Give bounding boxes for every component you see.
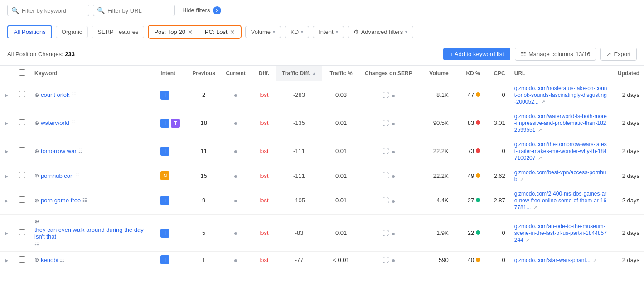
- checkbox-cell[interactable]: [15, 215, 30, 252]
- col-header-kd: KD %: [453, 66, 485, 81]
- expand-cell[interactable]: ▶: [0, 81, 15, 109]
- checkbox-cell[interactable]: [15, 81, 30, 109]
- external-link-icon[interactable]: ↗: [533, 205, 537, 210]
- serp-cell: ⛶: [360, 109, 417, 137]
- expand-cell[interactable]: ▶: [0, 137, 15, 165]
- expand-icon[interactable]: ▶: [5, 92, 8, 98]
- url-link[interactable]: gizmodo.com/waterworld-is-both-more-impr…: [514, 113, 607, 133]
- diff-status: lost: [259, 197, 268, 204]
- select-all-checkbox[interactable]: [19, 69, 25, 76]
- add-keyword-button[interactable]: + Add to keyword list: [443, 48, 510, 60]
- previous-cell: 2: [188, 81, 220, 109]
- current-dot: [234, 122, 237, 125]
- expand-icon[interactable]: ▶: [5, 230, 8, 236]
- traffic-diff-cell: -111: [276, 137, 322, 165]
- dropdown-kd[interactable]: KD ▾: [285, 26, 309, 38]
- diff-status: lost: [259, 230, 268, 236]
- col-header-traffic-diff[interactable]: Traffic Diff. ▲: [276, 66, 322, 81]
- expand-icon[interactable]: ▶: [5, 173, 8, 179]
- serp-image-icon: ⛶: [383, 91, 389, 99]
- keyword-link[interactable]: ⊕ waterworld ☷: [34, 120, 151, 126]
- expand-icon[interactable]: ▶: [5, 120, 8, 126]
- tab-organic[interactable]: Organic: [56, 26, 88, 38]
- keyword-text: pornhub con: [41, 172, 73, 179]
- row-checkbox[interactable]: [19, 119, 25, 125]
- external-link-icon[interactable]: ↗: [526, 237, 530, 243]
- keyword-link[interactable]: ⊕ they can even walk around during the d…: [34, 218, 151, 248]
- manage-columns-button[interactable]: ☷ Manage columns 13/16: [515, 48, 596, 61]
- checkbox-cell[interactable]: [15, 252, 30, 268]
- intent-badge: I: [160, 147, 169, 156]
- row-checkbox[interactable]: [19, 229, 25, 235]
- intent-cell: I: [156, 137, 188, 165]
- url-link[interactable]: gizmodo.com/the-tomorrow-wars-latest-tra…: [514, 141, 607, 161]
- url-cell: gizmodo.com/best-vpn/access-pornhub ↗: [510, 165, 612, 186]
- expand-cell[interactable]: ▶: [0, 186, 15, 215]
- external-link-icon[interactable]: ↗: [593, 258, 597, 263]
- expand-cell[interactable]: ▶: [0, 165, 15, 186]
- kd-cell: 49: [453, 165, 485, 186]
- dropdown-volume[interactable]: Volume ▾: [245, 26, 281, 38]
- col-header-traffic-pct: Traffic %: [322, 66, 360, 81]
- expand-cell[interactable]: ▶: [0, 109, 15, 137]
- sort-icon: ▲: [312, 71, 316, 76]
- traffic-pct-cell: 0.01: [322, 186, 360, 215]
- external-link-icon[interactable]: ↗: [538, 127, 542, 133]
- table-header-row: Keyword Intent Previous Current Diff. Tr…: [0, 66, 644, 81]
- current-cell: [220, 137, 252, 165]
- keyword-link[interactable]: ⊕ pornhub con ☷: [34, 172, 151, 179]
- col-checkbox: [15, 66, 30, 81]
- keyword-link[interactable]: ⊕ tomorrow war ☷: [34, 148, 151, 154]
- external-link-icon[interactable]: ↗: [538, 155, 542, 161]
- table-row: ▶ ⊕ kenobi ☷ I 1 lost -77 < 0.01 ⛶: [0, 252, 644, 268]
- external-link-icon[interactable]: ↗: [520, 177, 524, 182]
- dropdown-intent[interactable]: Intent ▾: [313, 26, 344, 38]
- updated-cell: 2 days: [612, 186, 644, 215]
- previous-cell: 5: [188, 215, 220, 252]
- keyword-link[interactable]: ⊕ kenobi ☷: [34, 257, 151, 263]
- checkbox-cell[interactable]: [15, 186, 30, 215]
- current-dot: [234, 259, 237, 262]
- expand-icon[interactable]: ▶: [5, 148, 8, 154]
- hide-filters-button[interactable]: Hide filters 2: [182, 6, 221, 14]
- url-cell: gizmodo.com/waterworld-is-both-more-impr…: [510, 109, 612, 137]
- search-icon: 🔍: [11, 7, 19, 14]
- diff-cell: lost: [252, 215, 276, 252]
- keyword-search-input[interactable]: [22, 7, 85, 14]
- filter-tag-pc-remove[interactable]: ✕: [230, 29, 235, 35]
- filter-tag-pos-remove[interactable]: ✕: [188, 29, 193, 35]
- row-checkbox[interactable]: [19, 256, 25, 263]
- row-checkbox[interactable]: [19, 196, 25, 203]
- url-cell: gizmodo.com/nosferatus-take-on-count-orl…: [510, 81, 612, 109]
- checkbox-cell[interactable]: [15, 109, 30, 137]
- export-button[interactable]: ↗ Export: [600, 48, 637, 61]
- expand-cell[interactable]: ▶: [0, 215, 15, 252]
- table-row: ▶ ⊕ waterworld ☷ IT 18 lost -135 0.01 ⛶: [0, 109, 644, 137]
- url-link[interactable]: gizmodo.com/nosferatus-take-on-count-orl…: [514, 85, 607, 105]
- expand-cell[interactable]: ▶: [0, 252, 15, 268]
- url-search-box[interactable]: 🔍: [93, 5, 175, 16]
- checkbox-cell[interactable]: [15, 137, 30, 165]
- keyword-link[interactable]: ⊕ porn game free ☷: [34, 197, 151, 204]
- url-link[interactable]: gizmodo.com/star-wars-phant...: [514, 257, 591, 263]
- dropdown-advanced[interactable]: ⚙ Advanced filters ▾: [348, 26, 414, 38]
- url-link[interactable]: gizmodo.com/2-400-ms-dos-games-are-now-f…: [514, 191, 606, 210]
- cluster-icon: ☷: [34, 242, 39, 248]
- expand-icon[interactable]: ▶: [5, 258, 8, 263]
- url-search-input[interactable]: [107, 7, 171, 14]
- keyword-search-box[interactable]: 🔍: [7, 5, 89, 16]
- keyword-link[interactable]: ⊕ count orlok ☷: [34, 91, 151, 98]
- tab-serp-features[interactable]: SERP Features: [92, 26, 144, 38]
- row-checkbox[interactable]: [19, 147, 25, 153]
- cluster-icon: ☷: [82, 197, 87, 203]
- url-link[interactable]: gizmodo.com/best-vpn/access-pornhub: [514, 169, 606, 182]
- checkbox-cell[interactable]: [15, 165, 30, 186]
- row-checkbox[interactable]: [19, 172, 25, 178]
- intent-cell: I: [156, 215, 188, 252]
- col-header-diff: Diff.: [252, 66, 276, 81]
- traffic-diff-cell: -83: [276, 215, 322, 252]
- external-link-icon[interactable]: ↗: [541, 99, 545, 105]
- tab-all-positions[interactable]: All Positions: [7, 25, 52, 38]
- expand-icon[interactable]: ▶: [5, 198, 8, 203]
- row-checkbox[interactable]: [19, 91, 25, 97]
